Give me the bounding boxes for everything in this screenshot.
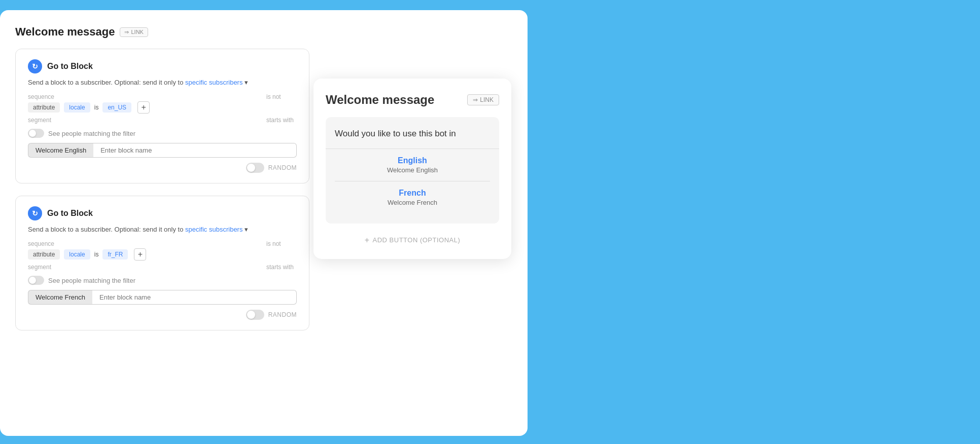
preview-option-french-title: French <box>335 189 490 198</box>
sequence-row-1: sequence is not <box>28 93 297 100</box>
see-people-row-1: See people matching the filter <box>28 129 297 138</box>
random-row-1: RANDOM <box>28 163 297 173</box>
preview-option-french[interactable]: French Welcome French <box>335 181 490 213</box>
block-name-row-1: Welcome English <box>28 143 297 158</box>
locale-tag-2[interactable]: locale <box>64 249 90 260</box>
block-name-tag-1: Welcome English <box>28 143 93 158</box>
specific-subscribers-link-2[interactable]: specific subscribers <box>185 226 242 233</box>
starts-with-label-2: starts with <box>266 264 297 271</box>
block-name-tag-2: Welcome French <box>28 290 92 305</box>
block-subtitle-1: Send a block to a subscriber. Optional: … <box>28 79 297 86</box>
add-button-row[interactable]: + ADD BUTTON (OPTIONAL) <box>326 231 499 247</box>
locale-tag-1[interactable]: locale <box>64 102 90 113</box>
segment-row-1: segment starts with <box>28 117 297 124</box>
preview-link-icon: ⇒ <box>473 96 478 103</box>
block-name-input-2[interactable] <box>92 290 297 305</box>
page-title: Welcome message <box>15 25 115 39</box>
sequence-row-2: sequence is not <box>28 240 297 247</box>
goto-block-icon-1: ↻ <box>28 59 42 73</box>
blocks-area: ↻ Go to Block Send a block to a subscrib… <box>15 49 309 330</box>
starts-with-label-1: starts with <box>266 117 297 124</box>
sequence-label-2: sequence <box>28 240 58 247</box>
filter-row-1: attribute locale is en_US + <box>28 101 297 114</box>
see-people-label-1: See people matching the filter <box>48 130 135 137</box>
add-filter-btn-2[interactable]: + <box>134 248 146 261</box>
link-icon: ⇒ <box>124 29 129 35</box>
preview-title: Welcome message <box>326 93 462 107</box>
goto-block-icon-2: ↻ <box>28 206 42 220</box>
is-plain-2: is <box>94 251 99 258</box>
see-people-label-2: See people matching the filter <box>48 277 135 284</box>
block-title-1: Go to Block <box>47 62 93 71</box>
segment-label-1: segment <box>28 117 58 124</box>
add-filter-btn-1[interactable]: + <box>137 101 150 114</box>
random-row-2: RANDOM <box>28 310 297 320</box>
attr-tag-2[interactable]: attribute <box>28 249 60 260</box>
attr-tag-1[interactable]: attribute <box>28 102 60 113</box>
see-people-row-2: See people matching the filter <box>28 276 297 285</box>
is-not-label-2: is not <box>266 240 297 247</box>
value-tag-1[interactable]: en_US <box>102 102 131 113</box>
value-tag-2[interactable]: fr_FR <box>102 249 128 260</box>
preview-message-text: Would you like to use this bot in <box>335 127 490 140</box>
preview-option-english-sub: Welcome English <box>335 166 490 174</box>
block-name-row-2: Welcome French <box>28 290 297 305</box>
is-plain-1: is <box>94 104 99 111</box>
preview-message-box: Would you like to use this bot in Englis… <box>326 117 499 224</box>
block-card-1: ↻ Go to Block Send a block to a subscrib… <box>15 49 309 183</box>
random-label-2: RANDOM <box>268 311 297 318</box>
is-not-label-1: is not <box>266 93 297 100</box>
preview-header: Welcome message ⇒ LINK <box>326 93 499 107</box>
block-card-2: ↻ Go to Block Send a block to a subscrib… <box>15 196 309 330</box>
specific-subscribers-link-1[interactable]: specific subscribers <box>185 79 242 86</box>
segment-row-2: segment starts with <box>28 264 297 271</box>
block-header-2: ↻ Go to Block <box>28 206 297 220</box>
preview-option-english[interactable]: English Welcome English <box>335 149 490 181</box>
preview-option-french-sub: Welcome French <box>335 199 490 206</box>
add-button-plus-icon: + <box>365 236 370 245</box>
block-title-2: Go to Block <box>47 209 93 218</box>
preview-panel: Welcome message ⇒ LINK Would you like to… <box>313 79 511 259</box>
preview-option-english-title: English <box>335 156 490 165</box>
filter-row-2: attribute locale is fr_FR + <box>28 248 297 261</box>
block-name-input-1[interactable] <box>93 143 297 158</box>
random-toggle-1[interactable] <box>246 163 264 173</box>
random-label-1: RANDOM <box>268 164 297 171</box>
see-people-toggle-2[interactable] <box>28 276 44 285</box>
see-people-toggle-1[interactable] <box>28 129 44 138</box>
link-badge[interactable]: ⇒ LINK <box>120 27 148 37</box>
random-toggle-2[interactable] <box>246 310 264 320</box>
preview-link-badge[interactable]: ⇒ LINK <box>467 94 499 105</box>
sequence-label-1: sequence <box>28 93 58 100</box>
block-subtitle-2: Send a block to a subscriber. Optional: … <box>28 226 297 233</box>
add-button-label: ADD BUTTON (OPTIONAL) <box>373 236 461 244</box>
segment-label-2: segment <box>28 264 58 271</box>
block-header-1: ↻ Go to Block <box>28 59 297 73</box>
page-header: Welcome message ⇒ LINK <box>15 25 512 39</box>
